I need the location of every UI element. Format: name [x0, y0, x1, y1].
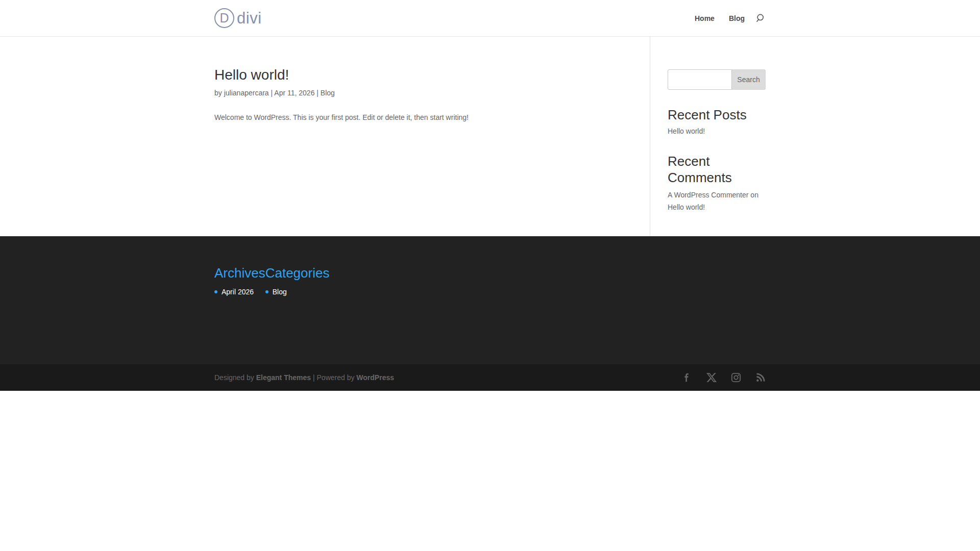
logo-letter: D: [219, 12, 229, 24]
archive-link-april-2026[interactable]: April 2026: [214, 287, 265, 297]
post-article: Hello world! by julianapercara | Apr 11,…: [214, 36, 623, 236]
comment-on-label: on: [748, 191, 758, 199]
instagram-link[interactable]: [731, 372, 741, 383]
category-link[interactable]: Blog: [321, 89, 335, 97]
post-meta: by julianapercara | Apr 11, 2026 | Blog: [214, 88, 623, 98]
x-icon: [706, 372, 717, 383]
sidebar-search-form: Search: [668, 69, 766, 90]
search-input[interactable]: [668, 69, 732, 90]
post-date: Apr 11, 2026: [274, 89, 314, 97]
site-header: D divi Home Blog: [0, 0, 980, 36]
content-sidebar-divider: [650, 36, 650, 236]
instagram-icon: [731, 372, 741, 383]
post-excerpt: Welcome to WordPress. This is your first…: [214, 111, 623, 123]
facebook-icon: [682, 372, 692, 383]
main-nav: Home Blog: [680, 13, 766, 23]
archives-title: Archives: [214, 264, 265, 282]
x-link[interactable]: [706, 372, 717, 383]
social-links: [668, 372, 766, 383]
commented-post-link[interactable]: Hello world!: [668, 203, 705, 211]
category-link-blog[interactable]: Blog: [265, 287, 330, 297]
categories-title: Categories: [265, 264, 330, 282]
footer-credits: Designed by Elegant Themes | Powered by …: [214, 373, 394, 382]
footer-widget-archives: Archives April 2026: [214, 264, 265, 297]
meta-by-label: by: [214, 89, 224, 97]
nav-item-home[interactable]: Home: [695, 14, 715, 22]
search-icon[interactable]: [756, 13, 766, 23]
rss-link[interactable]: [755, 372, 766, 383]
designed-by-label: Designed by: [214, 373, 256, 382]
meta-separator: |: [314, 89, 320, 97]
facebook-link[interactable]: [682, 372, 692, 383]
meta-separator: |: [269, 89, 275, 97]
post-title[interactable]: Hello world!: [214, 66, 623, 84]
commenter-link[interactable]: A WordPress Commenter: [668, 191, 748, 199]
main-content: Hello world! by julianapercara | Apr 11,…: [0, 36, 980, 236]
recent-comment-item: A WordPress Commenter on Hello world!: [668, 189, 766, 213]
site-footer: Archives April 2026 Categories Blog Desi…: [0, 236, 980, 391]
logo-wordmark: divi: [237, 9, 262, 28]
wordpress-link[interactable]: WordPress: [356, 373, 394, 382]
nav-item-blog[interactable]: Blog: [729, 14, 745, 22]
rss-icon: [755, 372, 766, 383]
elegant-themes-link[interactable]: Elegant Themes: [256, 373, 311, 382]
footer-widgets-area: Archives April 2026 Categories Blog: [0, 236, 980, 364]
powered-by-label: | Powered by: [311, 373, 356, 382]
footer-widget-categories: Categories Blog: [265, 264, 330, 297]
author-link[interactable]: julianapercara: [224, 89, 269, 97]
sidebar: Search Recent Posts Hello world! Recent …: [668, 36, 766, 236]
footer-bottom-bar: Designed by Elegant Themes | Powered by …: [0, 364, 980, 391]
recent-comments-title: Recent Comments: [668, 153, 766, 186]
recent-post-link[interactable]: Hello world!: [668, 126, 705, 136]
site-logo[interactable]: D divi: [214, 8, 262, 28]
search-button[interactable]: Search: [732, 69, 766, 90]
page: D divi Home Blog Hello world! by julia: [0, 0, 980, 391]
divi-logo-icon: D: [214, 8, 234, 28]
recent-posts-title: Recent Posts: [668, 107, 766, 123]
